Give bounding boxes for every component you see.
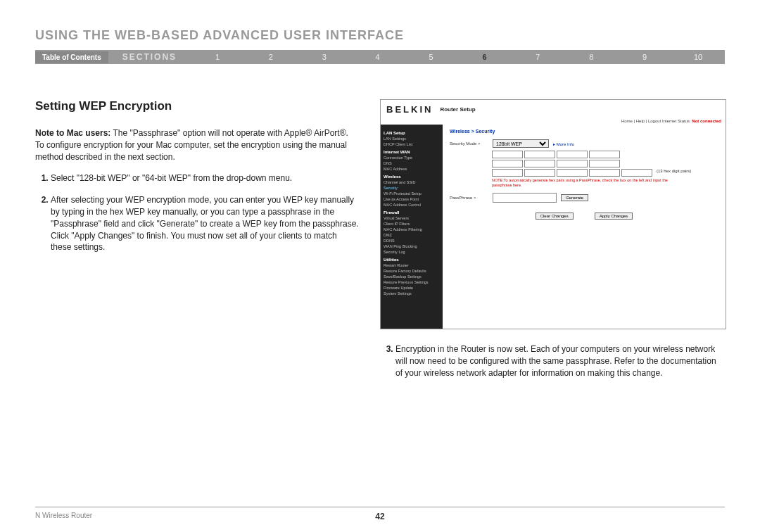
sidebar-cat-firewall: Firewall [384,210,440,215]
section-10[interactable]: 10 [671,53,725,61]
security-mode-label: Security Mode > [450,141,488,146]
sidebar-item[interactable]: Use as Access Point [384,197,440,201]
sidebar-cat-utilities: Utilities [384,258,440,262]
step-1: Select "128-bit WEP" or "64-bit WEP" fro… [51,172,359,184]
heading: Setting WEP Encryption [35,99,359,113]
section-8[interactable]: 8 [564,53,618,61]
note-label: Note to Mac users: [35,128,110,138]
top-links: Home | Help | Logout Internet Status: No… [381,118,726,125]
sidebar-item[interactable]: Virtual Servers [384,216,440,220]
sidebar-item[interactable]: MAC Address Filtering [384,227,440,232]
sidebar-item[interactable]: DDNS [384,239,440,243]
router-screenshot: BELKIN Router Setup Home | Help | Logout… [380,99,726,329]
hex-input[interactable] [589,160,620,167]
hex-input[interactable] [524,160,555,167]
sidebar-item-security[interactable]: Security [384,186,440,190]
passphrase-note: NOTE:To automatically generate hex pairs… [492,178,675,187]
sidebar-item[interactable]: Save/Backup Settings [384,274,440,279]
hex-input[interactable] [492,169,523,177]
sidebar-item[interactable]: WAN Ping Blocking [384,244,440,248]
hex-key-grid: (13 hex digit pairs) [492,151,718,177]
page-footer: N Wireless Router 42 [35,507,725,519]
sidebar-cat-wan: Internet WAN [384,150,440,154]
security-mode-select[interactable]: 128bit WEP [493,139,549,148]
sidebar-cat-lan: LAN Setup [384,131,440,135]
section-6[interactable]: 6 [458,53,512,61]
sidebar-item[interactable]: Restore Factory Defaults [384,269,440,273]
section-nav: Table of Contents SECTIONS 1 2 3 4 5 6 7… [35,50,725,64]
step-3: Encryption in the Router is now set. Eac… [395,343,725,379]
hex-input[interactable] [492,160,523,167]
page-number: 42 [375,512,384,521]
hex-note: (13 hex digit pairs) [657,169,691,177]
generate-button[interactable]: Generate [561,194,588,201]
section-3[interactable]: 3 [298,53,351,61]
hex-input[interactable] [589,169,620,177]
section-7[interactable]: 7 [511,53,564,61]
sidebar-item[interactable]: DMZ [384,233,440,237]
hex-input[interactable] [557,160,588,167]
sidebar-item[interactable]: Connection Type [384,156,440,160]
step-2: After selecting your WEP encryption mode… [51,194,359,253]
sidebar-item[interactable]: Restore Previous Settings [384,280,440,284]
more-info-link[interactable]: More Info [553,141,574,146]
section-4[interactable]: 4 [351,53,405,61]
router-content: Wireless > Security Security Mode > 128b… [443,125,726,329]
clear-changes-button[interactable]: Clear Changes [536,213,574,220]
page-title: USING THE WEB-BASED ADVANCED USER INTERF… [35,28,725,43]
sidebar-item[interactable]: Security Log [384,250,440,254]
section-2[interactable]: 2 [244,53,298,61]
hex-input[interactable] [557,151,588,158]
sidebar-cat-wireless: Wireless [384,175,440,179]
sidebar-item[interactable]: Firmware Update [384,286,440,290]
sidebar-item[interactable]: MAC Address [384,167,440,171]
hex-input[interactable] [589,151,620,158]
passphrase-input[interactable] [493,193,557,203]
sidebar-item[interactable]: DHCP Client List [384,142,440,146]
toc-link[interactable]: Table of Contents [35,51,108,63]
section-5[interactable]: 5 [405,53,458,61]
apply-changes-button[interactable]: Apply Changes [595,213,633,220]
section-9[interactable]: 9 [618,53,671,61]
sidebar-item[interactable]: System Settings [384,291,440,296]
top-links-text[interactable]: Home | Help | Logout Internet Status: [621,119,691,123]
hex-input[interactable] [524,169,555,177]
sidebar-item[interactable]: Channel and SSID [384,180,440,184]
brand-subtitle: Router Setup [440,106,475,113]
sidebar-item[interactable]: LAN Settings [384,137,440,141]
hex-input[interactable] [557,169,588,177]
sidebar-item[interactable]: MAC Address Control [384,203,440,207]
hex-input[interactable] [492,151,523,158]
breadcrumb: Wireless > Security [450,129,718,134]
passphrase-label: PassPhrase > [450,196,488,200]
sections-label: SECTIONS [108,52,191,62]
sidebar-item[interactable]: DNS [384,161,440,165]
section-1[interactable]: 1 [191,53,244,61]
sidebar-item[interactable]: Client IP Filters [384,222,440,226]
brand-logo: BELKIN [386,104,433,115]
internet-status: Not connected [692,119,721,123]
hex-input[interactable] [524,151,555,158]
product-name: N Wireless Router [35,512,92,519]
hex-input[interactable] [621,169,652,177]
sidebar-item[interactable]: Wi-Fi Protected Setup [384,191,440,196]
sidebar-item[interactable]: Restart Router [384,263,440,267]
router-sidebar: LAN Setup LAN Settings DHCP Client List … [381,125,443,329]
mac-note: Note to Mac users: The "Passphrase" opti… [35,127,359,163]
